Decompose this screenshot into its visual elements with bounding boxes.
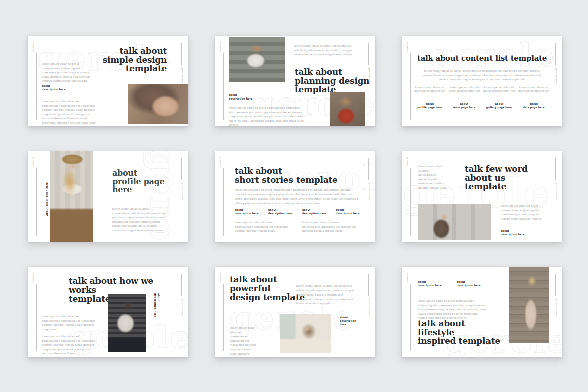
photo-woman-wooden-wall <box>509 267 549 343</box>
side-rule-left <box>410 53 411 120</box>
side-label-template: gerole template <box>555 68 558 85</box>
side-rule-left <box>36 168 37 236</box>
side-rule-left <box>410 284 411 351</box>
slide-thumbnail-short-stories[interactable]: gerole magazine gerole template talk abo… <box>215 151 375 242</box>
column-paragraph: lorem ipsum dolor sit amet, consectetuer… <box>235 220 291 233</box>
side-label-magazine: magazine <box>32 157 34 167</box>
photo-woman-hat <box>50 151 93 242</box>
about-description-label: about description here <box>336 208 360 215</box>
slide-thumbnail-content-list[interactable]: gerole magazine gerole template talk abo… <box>402 36 562 126</box>
side-label-magazine: magazine <box>32 272 34 283</box>
about-description-label: about description here <box>268 208 292 215</box>
slide-thumbnail-powerful-design[interactable]: gerole magazine gerole template talk abo… <box>215 267 375 357</box>
about-description-label-vertical: about description here <box>153 293 160 317</box>
body-paragraph: lorem ipsum dolor sit amet consectetuer … <box>501 204 547 221</box>
side-rule-left <box>223 168 224 236</box>
side-label-template: gerole template <box>181 299 184 316</box>
side-label-magazine: magazine <box>32 41 34 52</box>
column-paragraph: lorem ipsum dolor sit amet, consectetuer… <box>302 220 358 233</box>
about-gallery-page-label: about gallery page here <box>482 102 516 109</box>
side-label-magazine: magazine <box>406 41 408 52</box>
intro-paragraph: lorem ipsum dolor sit amet, consectetuer… <box>419 69 545 82</box>
about-description-label: about description here <box>457 280 481 287</box>
column-text: lorem ipsum dolor sit amet consectetuer … <box>517 86 550 93</box>
slide-heading: talk about planning design template <box>295 68 369 94</box>
slide-heading: talk few word about us template <box>465 165 528 191</box>
side-rule-left <box>410 168 411 236</box>
about-description-label: about description here <box>418 280 442 287</box>
body-paragraph: lorem ipsum dolor sit amet, consectetuer… <box>42 99 97 126</box>
about-description-label: about description here <box>340 316 356 326</box>
slide-thumbnail-profile-page[interactable]: gerole magazine gerole template about de… <box>28 151 188 242</box>
body-paragraph: lorem ipsum dolor sit amet consectetuer … <box>42 314 97 331</box>
slide-heading: talk about simple design template <box>103 47 167 73</box>
slide-thumbnail-about-us[interactable]: gerole magazine gerole template lorem ip… <box>402 151 562 242</box>
about-description-label: about description here <box>42 84 66 91</box>
photo-woman-sunglasses <box>108 294 146 352</box>
side-rule-left <box>36 284 37 351</box>
body-paragraph: lorem ipsum dolor sit amet, consectetuer… <box>294 44 353 57</box>
about-description-label: about description here <box>229 93 253 101</box>
body-paragraph: lorem ipsum dolor sit amet consectetuer … <box>42 334 98 356</box>
side-rule-right <box>181 274 182 296</box>
body-paragraph: lorem ipsum dolor sit amet, consectetuer… <box>112 207 169 233</box>
side-label-template: gerole template <box>555 183 558 201</box>
slide-heading: talk about short stories template <box>235 167 338 184</box>
slide-heading: talk about content list template <box>402 55 562 63</box>
slide-thumbnail-lifestyle[interactable]: gerole magazine gerole template about de… <box>402 267 562 357</box>
side-label-template: gerole template <box>368 183 371 201</box>
side-label-magazine: magazine <box>219 272 221 283</box>
side-rule-left <box>223 284 224 351</box>
body-paragraph: lorem ipsum dolor sit amet consectetuer … <box>296 284 354 306</box>
side-label-magazine: magazine <box>406 157 408 167</box>
photo-woman-red-jacket <box>330 92 365 126</box>
column-text: lorem ipsum dolor sit amet consectetuer … <box>482 86 516 93</box>
side-rule-right <box>368 43 369 65</box>
side-label-template: gerole template <box>181 68 184 85</box>
body-paragraph: lorem ipsum dolor sit amet consectetuer … <box>418 164 447 190</box>
about-profile-page-label: about profile page here <box>413 102 446 109</box>
slide-thumbnail-how-we-works[interactable]: gerole magazine gerole template talk abo… <box>28 267 188 357</box>
about-description-label-vertical: about description here <box>45 182 49 216</box>
side-label-template: gerole template <box>181 183 184 201</box>
side-rule-left <box>36 53 37 120</box>
body-paragraph: lorem ipsum dolor sit amet, consectetuer… <box>42 62 92 83</box>
side-rule-right <box>368 158 369 180</box>
side-rule-right <box>555 274 556 296</box>
about-description-label: about description here <box>501 229 525 236</box>
photo-woman-laptop <box>229 37 285 82</box>
side-rule-right <box>368 274 369 296</box>
side-label-template: gerole template <box>368 299 371 316</box>
side-rule-right <box>555 158 556 180</box>
about-description-label: about description here <box>235 208 259 215</box>
side-label-magazine: magazine <box>219 157 221 167</box>
slide-heading: talk about powerful design template <box>230 275 305 302</box>
about-team-page-label: about team page here <box>448 102 481 109</box>
intro-paragraph: lorem ipsum dolor sit amet, consectetuer… <box>235 188 359 205</box>
column-text: lorem ipsum dolor sit amet consectetuer … <box>413 86 446 93</box>
slide-heading: talk about lifestyle inspired template <box>418 319 500 346</box>
side-label-magazine: magazine <box>219 41 221 52</box>
about-data-page-label: about data page here <box>517 102 550 109</box>
photo-woman-wall <box>418 204 491 240</box>
side-label-magazine: magazine <box>406 272 408 283</box>
body-paragraph: lorem ipsum dolor sit amet consectetuer … <box>418 299 488 320</box>
side-rule-right <box>181 158 182 180</box>
photo-woman-glasses <box>280 314 331 353</box>
body-paragraph: lorem ipsum dolor sit amet consectetuer … <box>229 106 305 126</box>
body-paragraph: lorem ipsum dolor sit amet consectetuer … <box>230 326 258 357</box>
side-rule-left <box>223 53 224 120</box>
photo-woman-portrait <box>128 84 188 124</box>
side-rule-right <box>181 43 182 65</box>
slide-heading: about profile page here <box>112 169 164 194</box>
about-description-label: about description here <box>302 208 326 215</box>
column-text: lorem ipsum dolor sit amet consectetuer … <box>448 86 481 93</box>
side-label-template: gerole template <box>555 299 558 316</box>
slide-thumbnail-simple-design[interactable]: gerole magazine gerole template talk abo… <box>28 36 188 126</box>
slide-template-gallery: gerole magazine gerole template talk abo… <box>0 0 588 392</box>
slide-thumbnail-planning-design[interactable]: gerole magazine gerole template lorem ip… <box>215 36 375 126</box>
